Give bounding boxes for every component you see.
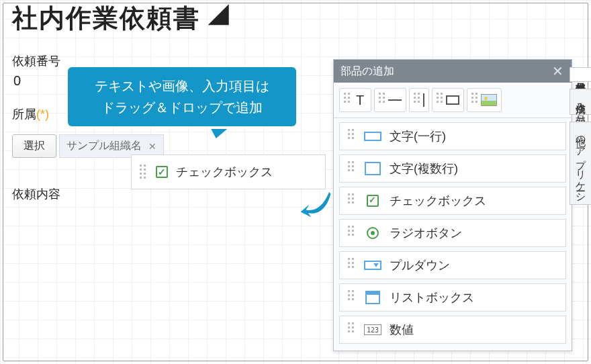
palette-title: 部品の追加	[340, 64, 394, 79]
tool-rect[interactable]	[432, 88, 464, 112]
vr-icon	[423, 93, 424, 107]
department-select-button[interactable]: 選択	[12, 134, 56, 158]
hint-tooltip: テキストや画像、入力項目は ドラッグ＆ドロップで追加	[68, 67, 296, 126]
text-single-icon	[364, 132, 381, 141]
drag-handle-icon	[348, 226, 356, 240]
checkbox-icon[interactable]	[156, 166, 168, 178]
palette-item-text-single[interactable]: 文字(一行)	[339, 122, 566, 150]
drag-handle-icon	[471, 93, 478, 107]
palette-item-label: 文字(複数行)	[390, 161, 458, 177]
text-multi-icon	[365, 162, 381, 175]
text-icon: T	[353, 93, 367, 108]
palette-item-checkbox[interactable]: チェックボックス	[339, 187, 566, 215]
palette-item-text-multi[interactable]: 文字(複数行)	[339, 154, 566, 183]
required-mark: (*)	[36, 107, 49, 121]
drag-arrow-icon	[300, 189, 332, 222]
drag-handle-icon	[348, 290, 356, 305]
drag-handle-icon[interactable]	[140, 165, 148, 179]
side-tab-other-apps[interactable]: 他のアプリケーシ	[570, 122, 591, 205]
hr-icon	[388, 99, 402, 101]
number-icon: 123	[364, 324, 381, 335]
palette-item-number[interactable]: 123数値	[339, 316, 566, 344]
palette-item-radio[interactable]: ラジオボタン	[339, 219, 566, 247]
drag-handle-icon	[437, 93, 443, 107]
drag-handle-icon	[344, 93, 351, 107]
radio-icon	[367, 227, 379, 239]
drag-handle-icon	[348, 322, 356, 337]
drag-handle-icon	[348, 193, 356, 208]
palette-item-label: リストボックス	[390, 289, 474, 306]
palette-list: 文字(一行) 文字(複数行) チェックボックス ラジオボタン プルダウン リスト…	[334, 118, 572, 351]
close-icon[interactable]: ✕	[550, 64, 565, 79]
parts-palette[interactable]: 部品の追加 ✕ T 文字(一行) 文字(複数行) チェックボックス ラジオボタン…	[333, 59, 572, 351]
checkbox-icon	[367, 195, 379, 207]
palette-item-label: 数値	[390, 322, 414, 338]
tool-text[interactable]: T	[339, 88, 371, 112]
resize-handle-icon[interactable]: ◢	[209, 0, 230, 28]
department-label-text: 所属	[12, 107, 36, 121]
page-title[interactable]: 社内作業依頼書 ◢	[12, 1, 579, 36]
dropped-checkbox-label: チェックボックス	[176, 164, 273, 180]
tool-hr[interactable]	[374, 88, 406, 112]
drag-handle-icon	[348, 161, 356, 176]
drag-handle-icon	[414, 93, 420, 107]
tooltip-line-1: テキストや画像、入力項目は	[77, 75, 287, 97]
side-tab-new-parts[interactable]: 新規部品	[570, 67, 591, 82]
drag-handle-icon	[348, 258, 356, 273]
palette-item-listbox[interactable]: リストボックス	[339, 283, 566, 312]
tooltip-line-2: ドラッグ＆ドロップで追加	[77, 97, 287, 118]
side-tabs: 新規部品 作成済み部品 他のアプリケーシ	[570, 67, 591, 205]
rect-icon	[446, 95, 459, 105]
drag-handle-icon	[348, 129, 356, 144]
drag-handle-icon	[379, 93, 385, 107]
palette-toolbar: T	[334, 83, 572, 118]
palette-item-label: プルダウン	[390, 257, 450, 273]
image-icon	[481, 94, 497, 106]
pulldown-icon	[364, 261, 381, 270]
tool-image[interactable]	[467, 88, 502, 112]
palette-item-label: 文字(一行)	[390, 128, 446, 144]
listbox-icon	[365, 291, 380, 304]
side-tab-created-parts[interactable]: 作成済み部品	[570, 89, 591, 115]
palette-item-label: チェックボックス	[390, 193, 486, 209]
palette-header[interactable]: 部品の追加 ✕	[334, 60, 572, 83]
page-title-text: 社内作業依頼書	[12, 4, 200, 32]
department-tag-text: サンプル組織名	[66, 139, 142, 153]
palette-item-pulldown[interactable]: プルダウン	[339, 251, 566, 279]
palette-item-label: ラジオボタン	[390, 225, 462, 241]
tool-vr[interactable]	[409, 88, 429, 112]
dropped-checkbox-component[interactable]: チェックボックス	[131, 154, 326, 189]
tag-remove-icon[interactable]: ✕	[148, 141, 156, 152]
